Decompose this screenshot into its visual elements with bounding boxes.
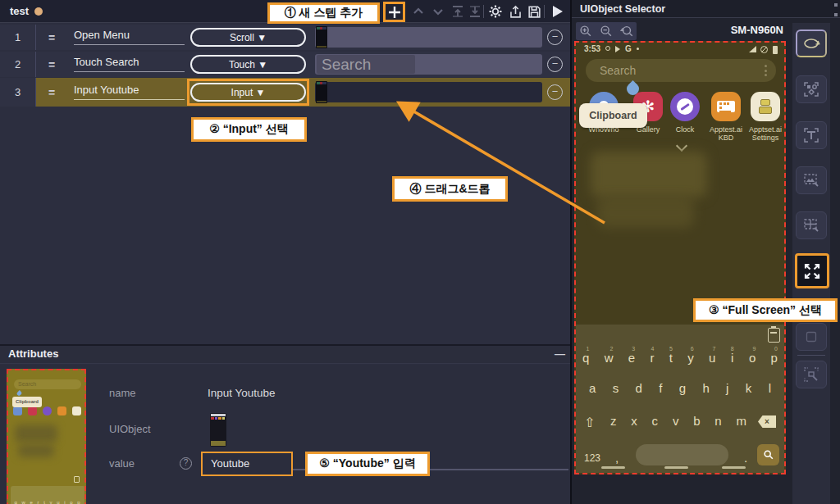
add-step-button[interactable]	[383, 2, 405, 22]
search-bar[interactable]: Search	[586, 59, 776, 82]
key-q[interactable]: 1q	[582, 346, 589, 365]
key-h[interactable]: h	[702, 382, 709, 395]
hidden-tool-button[interactable]	[796, 323, 827, 351]
zoom-reset-button[interactable]	[619, 24, 634, 39]
mini-search-bar: Search	[14, 379, 81, 389]
mini-app-icon	[72, 406, 81, 415]
settings-button[interactable]	[486, 2, 504, 20]
space-key[interactable]	[636, 444, 728, 465]
step-name-field[interactable]: Input Youtube	[74, 84, 185, 100]
key-j[interactable]: j	[726, 382, 728, 395]
collapse-panel-button[interactable]: —	[555, 347, 565, 360]
step-name-field[interactable]: Touch Search	[74, 56, 185, 72]
align-bottom-button[interactable]	[466, 2, 484, 20]
remove-step-button[interactable]: −	[547, 30, 563, 45]
save-button[interactable]	[525, 2, 543, 20]
play-icon	[550, 4, 564, 19]
rotate-screen-button[interactable]	[796, 30, 827, 57]
key-o[interactable]: 9o	[749, 346, 756, 365]
step-row-3-selected[interactable]: 3 = Input Youtube Input ▼ −	[0, 78, 570, 107]
shift-key[interactable]: ⇧	[584, 415, 595, 430]
key-s[interactable]: s	[613, 382, 619, 395]
nav-recent-bar[interactable]	[601, 466, 625, 469]
run-test-button[interactable]	[548, 2, 566, 20]
key-l[interactable]: l	[769, 382, 771, 395]
select-grid-button[interactable]	[796, 211, 827, 239]
value-input[interactable]: Youtube	[201, 452, 293, 476]
screen-preview-thumbnail[interactable]: Search Clipboard q w e r t y u i o pa s …	[7, 369, 86, 504]
key-a[interactable]: a	[589, 382, 596, 395]
key-n[interactable]: n	[714, 415, 721, 428]
unsaved-indicator-dot	[34, 7, 43, 16]
key-i[interactable]: 8i	[731, 346, 734, 365]
export-button[interactable]	[506, 2, 524, 20]
mini-app-icon	[43, 406, 52, 415]
action-dropdown[interactable]: Scroll ▼	[190, 28, 306, 47]
step-row-2[interactable]: 2 = Touch Search Touch ▼ Search −	[0, 52, 570, 77]
key-f[interactable]: f	[659, 382, 662, 395]
select-text-button[interactable]	[796, 121, 827, 149]
drag-handle-icon[interactable]: =	[43, 25, 61, 50]
uiobject-field[interactable]: Search	[315, 54, 542, 75]
mini-keyboard: q w e r t y u i o pa s d f g h j k l	[11, 486, 85, 504]
uiobject-field[interactable]	[315, 27, 542, 48]
move-step-down-button[interactable]	[429, 2, 447, 20]
key-g[interactable]: g	[679, 382, 686, 395]
keyboard-search-key[interactable]	[757, 444, 779, 465]
key-k[interactable]: k	[746, 382, 752, 395]
test-title: test	[10, 5, 29, 17]
wifi-icon	[749, 46, 756, 52]
zoom-out-button[interactable]	[599, 24, 614, 39]
step-row-1[interactable]: 1 = Open Menu Scroll ▼ −	[0, 25, 570, 50]
step-name-field[interactable]: Open Menu	[74, 29, 185, 45]
key-p[interactable]: 0p	[771, 346, 778, 365]
action-dropdown[interactable]: Touch ▼	[190, 55, 306, 74]
clipboard-suggestion-icon[interactable]	[768, 328, 780, 343]
select-object-button[interactable]	[796, 75, 827, 103]
key-d[interactable]: d	[636, 382, 642, 395]
uiobject-value-thumbnail	[210, 413, 226, 447]
key-u[interactable]: 7u	[709, 346, 715, 365]
help-icon[interactable]: ?	[180, 457, 192, 470]
remove-step-button[interactable]: −	[547, 57, 563, 72]
device-screen[interactable]: 3:53 G Search ✻	[574, 41, 786, 474]
chevron-up-icon	[412, 5, 425, 18]
symbols-key[interactable]: 123	[584, 447, 600, 469]
annotation-select-input: ② “Input” 선택	[191, 117, 307, 142]
backspace-key[interactable]: ×	[758, 415, 776, 428]
action-dropdown[interactable]: Input ▼	[190, 83, 306, 102]
app-window: test	[0, 0, 840, 504]
move-step-up-button[interactable]	[409, 2, 427, 20]
attributes-title: Attributes	[8, 347, 58, 360]
key-c[interactable]: c	[652, 415, 659, 428]
align-top-button[interactable]	[449, 2, 467, 20]
key-y[interactable]: 6y	[687, 346, 694, 365]
remove-step-button[interactable]: −	[547, 84, 563, 100]
mini-clipboard-icon	[74, 476, 80, 483]
key-z[interactable]: z	[610, 415, 617, 428]
toolbar-separator	[483, 5, 484, 18]
key-m[interactable]: m	[736, 415, 746, 428]
key-b[interactable]: b	[693, 415, 700, 428]
select-region-button[interactable]	[796, 361, 827, 388]
key-r[interactable]: 4r	[650, 346, 654, 365]
drag-handle-icon[interactable]: =	[43, 78, 61, 107]
full-screen-button[interactable]	[795, 253, 829, 288]
select-image-button[interactable]	[796, 166, 827, 194]
app-apptset-settings[interactable]	[751, 92, 780, 121]
uiobject-label: UIObject	[109, 423, 151, 435]
key-e[interactable]: 3e	[628, 346, 635, 365]
nav-home-bar[interactable]	[664, 466, 688, 469]
key-t[interactable]: 5t	[669, 346, 673, 365]
app-clock[interactable]	[670, 92, 700, 121]
app-apptest-kbd[interactable]	[711, 92, 741, 121]
key-v[interactable]: v	[673, 415, 679, 428]
zoom-in-button[interactable]	[578, 24, 593, 39]
nav-back-bar[interactable]	[722, 466, 746, 469]
uiobject-field[interactable]	[315, 82, 542, 102]
drag-handle-icon[interactable]: =	[43, 52, 61, 77]
key-w[interactable]: 2w	[605, 346, 614, 365]
key-x[interactable]: x	[631, 415, 637, 428]
more-menu-icon[interactable]	[765, 65, 767, 76]
keyboard[interactable]: 1q2w3e4r5t6y7u8i9o0p asdfghjkl ⇧ zxcvbnm…	[576, 325, 784, 473]
